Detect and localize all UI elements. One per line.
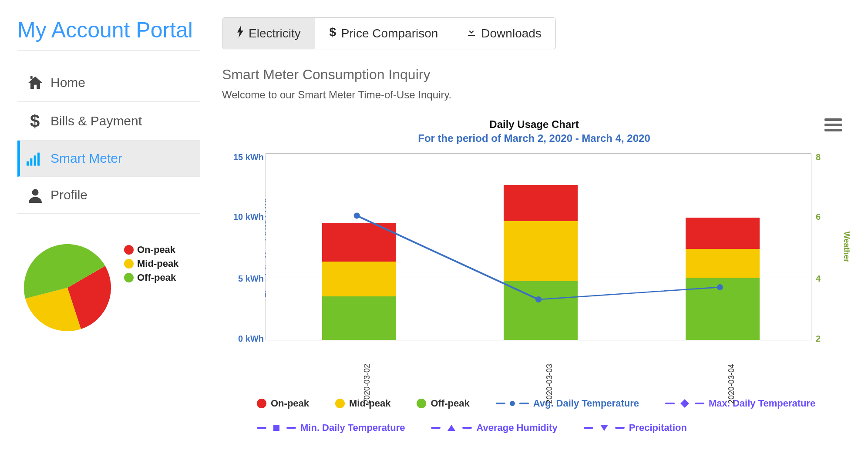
dot-off-peak [124, 273, 134, 282]
legend-off-peak[interactable]: Off-peak [417, 398, 469, 409]
ytick-r2: 2 [816, 333, 821, 343]
line-icon [431, 427, 441, 429]
xcat-1: 2020-03-03 [545, 364, 554, 404]
svg-text:$: $ [329, 26, 336, 38]
tab-bar: Electricity $ Price Comparison Downloads [222, 17, 556, 49]
dot-icon [257, 399, 266, 408]
legend-precip[interactable]: Precipitation [584, 422, 687, 433]
pie-legend-on-peak: On-peak [137, 244, 175, 255]
svg-rect-2 [27, 161, 29, 166]
tab-price-comparison[interactable]: $ Price Comparison [315, 18, 453, 49]
plot-box [266, 153, 811, 340]
pie-chart [24, 244, 111, 331]
signal-icon [26, 151, 44, 166]
legend-max-temp[interactable]: Max. Daily Temperature [665, 398, 815, 409]
line-icon [286, 427, 296, 429]
y-axis-left: Electricity Used (kWh) kWh 15 kWh 10 kWh… [222, 153, 266, 340]
dot-icon [417, 399, 426, 408]
tab-price-comparison-label: Price Comparison [341, 27, 438, 40]
svg-point-6 [32, 189, 39, 196]
dot-on-peak [124, 245, 134, 255]
line-icon [257, 427, 266, 429]
plot-area: Electricity Used (kWh) kWh 15 kWh 10 kWh… [222, 153, 846, 340]
line-icon [615, 427, 625, 429]
x-axis-labels: 2020-03-02 2020-03-03 2020-03-04 [266, 340, 811, 393]
welcome-text: Welcome to our Smart Meter Time-of-Use I… [222, 89, 846, 101]
legend-avg-temp[interactable]: Avg. Daily Temperature [496, 398, 639, 409]
ytick-r6: 6 [816, 212, 821, 222]
pie-legend: On-peak Mid-peak Off-peak [124, 244, 178, 286]
line-icon [462, 427, 472, 429]
xcat-2: 2020-03-04 [727, 364, 736, 404]
legend-on-peak-label: On-peak [271, 398, 309, 409]
dollar-icon: $ [329, 26, 337, 41]
svg-rect-3 [30, 158, 32, 166]
triangle-down-icon [600, 425, 608, 431]
tab-downloads-label: Downloads [481, 27, 542, 40]
xcat-0: 2020-03-02 [363, 364, 372, 404]
line-icon [519, 403, 529, 404]
legend-avg-humidity[interactable]: Average Humidity [431, 422, 557, 433]
pie-legend-off-peak: Off-peak [137, 272, 176, 283]
y-axis-right-label: Weather [842, 232, 851, 262]
user-icon [26, 187, 44, 203]
bolt-icon [236, 26, 244, 41]
avg-temp-line [266, 154, 811, 340]
legend-avg-humidity-label: Average Humidity [476, 422, 557, 433]
line-icon [496, 403, 505, 404]
section-title: Smart Meter Consumption Inquiry [222, 67, 846, 83]
nav-smart-meter-label: Smart Meter [50, 151, 122, 166]
tab-electricity-label: Electricity [249, 27, 301, 40]
legend-min-temp[interactable]: Min. Daily Temperature [257, 422, 405, 433]
nav-home[interactable]: Home [17, 64, 200, 102]
chart-title: Daily Usage Chart [222, 118, 846, 131]
dot-icon [335, 399, 345, 408]
line-icon [665, 403, 675, 404]
square-icon [273, 425, 279, 431]
legend-off-peak-label: Off-peak [431, 398, 469, 409]
nav-profile-label: Profile [50, 188, 87, 202]
portal-title: My Account Portal [17, 17, 200, 51]
ytick-0: 0 kWh [238, 333, 264, 343]
dollar-icon: $ [26, 112, 44, 130]
dot-mid-peak [124, 259, 134, 269]
legend-on-peak[interactable]: On-peak [257, 398, 309, 409]
svg-text:$: $ [30, 112, 40, 130]
chart-area: Daily Usage Chart For the period of Marc… [222, 118, 846, 433]
nav-bills[interactable]: $ Bills & Payment [17, 102, 200, 141]
line-icon [584, 427, 593, 429]
ytick-5: 5 kWh [238, 274, 264, 284]
sidebar: My Account Portal Home $ Bills & Payment… [0, 0, 213, 467]
nav-bills-label: Bills & Payment [50, 114, 142, 128]
pie-legend-mid-peak: Mid-peak [137, 258, 178, 269]
triangle-up-icon [447, 425, 455, 431]
download-icon [466, 27, 477, 40]
pie-chart-block: On-peak Mid-peak Off-peak [17, 244, 200, 331]
ytick-r8: 8 [816, 152, 821, 162]
ytick-10: 10 kWh [233, 212, 264, 222]
ytick-15: 15 kWh [233, 152, 264, 162]
home-icon [26, 74, 44, 91]
legend-max-temp-label: Max. Daily Temperature [709, 398, 815, 409]
svg-rect-4 [34, 155, 36, 165]
tab-electricity[interactable]: Electricity [222, 18, 315, 49]
diamond-icon [680, 399, 689, 408]
point-icon [510, 401, 515, 406]
nav-profile[interactable]: Profile [17, 177, 200, 214]
svg-marker-7 [237, 26, 243, 38]
nav-smart-meter[interactable]: Smart Meter [17, 141, 200, 177]
chart-legend: On-peak Mid-peak Off-peak Avg. Daily Tem… [222, 393, 846, 433]
main-content: Electricity $ Price Comparison Downloads… [213, 0, 868, 467]
ytick-r4: 4 [816, 274, 821, 284]
line-icon [695, 403, 704, 404]
nav-home-label: Home [50, 75, 85, 90]
chart-menu-icon[interactable] [824, 116, 842, 134]
legend-min-temp-label: Min. Daily Temperature [300, 422, 405, 433]
legend-precip-label: Precipitation [629, 422, 687, 433]
svg-rect-0 [30, 76, 33, 79]
y-axis-right: Weather 8 6 4 2 [811, 153, 846, 340]
tab-downloads[interactable]: Downloads [452, 18, 555, 49]
chart-subtitle: For the period of March 2, 2020 - March … [222, 132, 846, 144]
svg-rect-5 [37, 153, 40, 166]
